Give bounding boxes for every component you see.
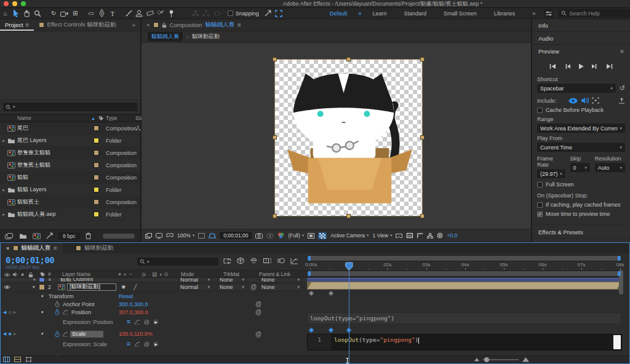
work-area-bar[interactable] — [307, 271, 621, 277]
project-flowchart-icon[interactable] — [46, 232, 53, 239]
expression-graph-icon[interactable] — [134, 341, 140, 347]
frame-blending-icon[interactable] — [263, 258, 271, 264]
previous-frame-button[interactable] — [564, 63, 570, 69]
project-item-row[interactable]: 貓貓賓士 Composition — [0, 196, 140, 208]
layer-row-1[interactable]: ▾ 1 貓貓 Outlines Normal▾ None▾ None▾ — [1, 278, 306, 282]
column-size[interactable]: Size — [135, 115, 142, 121]
preview-panel-menu-icon[interactable]: ≡ — [620, 48, 624, 55]
workspace-tab-default[interactable]: Default — [321, 10, 356, 17]
rotation-tool-icon[interactable]: ↻ — [48, 9, 59, 18]
scale-keyframe[interactable] — [309, 328, 314, 333]
item-label-chip[interactable] — [94, 125, 99, 131]
view-layout-select[interactable]: 1 View▾ — [373, 232, 393, 239]
mode-column[interactable]: Mode — [181, 271, 194, 277]
always-preview-icon[interactable] — [145, 233, 152, 239]
collapse-group-icon[interactable]: ▾ — [41, 294, 44, 299]
time-ruler[interactable]: 0:00s01s02s03s04s05s06s07s08s — [307, 262, 621, 270]
blend-mode-select[interactable]: Normal▾ — [178, 283, 212, 291]
new-folder-icon[interactable] — [19, 233, 27, 239]
current-timecode[interactable]: 0;00;01;00 — [6, 255, 54, 265]
roi-icon[interactable] — [198, 233, 205, 239]
item-label-chip[interactable] — [94, 212, 99, 217]
safe-guides-icon[interactable] — [209, 233, 216, 239]
number-column[interactable]: # — [48, 271, 51, 277]
full-screen-checkbox[interactable] — [537, 182, 543, 188]
panel-tabs-overflow-icon[interactable]: » — [127, 19, 140, 31]
snapping-checkbox[interactable] — [228, 10, 233, 16]
snap-angle-icon[interactable] — [263, 9, 274, 18]
project-item-row[interactable]: 整隻賓士貓貓 Composition — [0, 159, 140, 172]
zoom-tool-icon[interactable] — [33, 9, 44, 18]
expression-scale-row[interactable]: Expression: Scale = @ ▶ — [1, 338, 306, 350]
expression-language-menu-icon[interactable]: ▶ — [153, 341, 159, 347]
snapshot-icon[interactable] — [255, 233, 263, 239]
expression-position-row[interactable]: Expression: Position = @ ▶ — [1, 316, 306, 328]
timeline-panel-menu-icon[interactable]: ≡ — [54, 245, 57, 251]
column-type[interactable]: Type — [106, 115, 117, 121]
property-pickwhip-icon[interactable]: @ — [255, 309, 261, 315]
range-select[interactable]: Work Area Extended By Current …▾ — [537, 124, 625, 133]
scale-label-selected[interactable]: Scale — [70, 331, 103, 338]
project-item-row[interactable]: ▸ 貓貓鐵人賽.aep Folder — [0, 208, 140, 221]
preview-timecode[interactable]: 0;00;01;00 — [220, 232, 252, 239]
puppet-pin-tool-icon[interactable] — [166, 9, 177, 18]
stopwatch-icon-active[interactable] — [55, 309, 60, 315]
audio-column-icon[interactable] — [12, 272, 18, 277]
project-item-row[interactable]: 尾巴 Composition — [0, 122, 140, 135]
preview-resolution-select[interactable]: Auto▾ — [595, 163, 625, 172]
trkmat-select[interactable]: None▾ — [217, 283, 247, 291]
snapping-toggle[interactable]: Snapping — [228, 10, 259, 17]
close-tab-icon[interactable]: × — [146, 22, 150, 28]
share-preview-icon[interactable] — [618, 98, 625, 104]
info-panel-header[interactable]: Info — [532, 19, 630, 32]
snap-bounds-icon[interactable] — [273, 9, 284, 18]
trkmat-column[interactable]: TrkMat — [223, 271, 239, 277]
label-column-icon[interactable] — [98, 116, 104, 121]
full-screen-row[interactable]: Full Screen — [537, 181, 625, 188]
video-column-icon[interactable] — [4, 272, 10, 277]
layer-visibility-icon[interactable] — [4, 285, 10, 290]
layer2-duration-bar[interactable] — [307, 282, 621, 290]
project-item-row[interactable]: 貓貓 Composition — [0, 172, 140, 184]
fx-column-icon[interactable]: fx — [142, 271, 146, 277]
channels-icon[interactable] — [277, 232, 284, 239]
playhead-marker[interactable] — [345, 262, 353, 271]
cache-before-playback-checkbox[interactable] — [537, 108, 543, 113]
timeline-search-input[interactable]: ▾ — [137, 258, 218, 266]
playhead-line[interactable] — [349, 262, 349, 363]
prev-keyframe-icon[interactable]: ◀ — [3, 331, 6, 336]
color-depth-button[interactable]: 8 bpc — [58, 232, 80, 240]
reset-exposure-icon[interactable] — [437, 232, 443, 239]
expression-pickwhip-icon[interactable]: @ — [144, 341, 150, 347]
switches-columns-icons[interactable]: ✦◐◔ — [118, 271, 134, 277]
editor-scrollbar-thumb[interactable] — [613, 335, 621, 349]
include-audio-icon[interactable] — [581, 97, 589, 104]
preview-panel-header[interactable]: Preview ≡ — [532, 45, 630, 58]
parent-select[interactable]: None▾ — [259, 283, 302, 291]
composition-viewer[interactable] — [142, 43, 531, 229]
layer-row-2[interactable]: ▾ 2 [貓咪動茲動] ✹ ╱ Normal▾ None▾ @ None▾ — [1, 282, 306, 292]
region-of-interest-icon[interactable] — [308, 233, 314, 239]
collapse-property-icon[interactable]: ▾ — [41, 331, 44, 336]
scale-row[interactable]: ◀ ◆ ▶ ▾ Scale 100.0,110.0% @ — [1, 330, 306, 338]
expand-render-time-icon[interactable] — [14, 357, 21, 362]
expand-icon[interactable]: ▸ — [0, 138, 7, 143]
effects-presets-panel-header[interactable]: Effects & Presets — [532, 226, 630, 239]
play-button[interactable] — [578, 63, 584, 69]
graph-include-icon[interactable] — [62, 309, 68, 315]
transform-box-icon[interactable] — [25, 357, 32, 362]
expand-icon[interactable]: ▸ — [0, 212, 7, 217]
new-composition-icon[interactable] — [33, 233, 41, 239]
zoom-out-mountain-icon[interactable] — [474, 357, 479, 362]
next-keyframe-icon[interactable]: ▶ — [14, 310, 17, 315]
eraser-tool-icon[interactable] — [145, 9, 156, 18]
expression-enabled-icon[interactable]: = — [127, 318, 130, 325]
exposure-value[interactable]: +0.0 — [447, 232, 457, 239]
column-name[interactable]: Name — [17, 115, 31, 121]
workspace-tab-libraries[interactable]: Libraries — [485, 10, 524, 17]
flowchart-icon[interactable] — [427, 233, 433, 239]
delete-icon[interactable] — [86, 232, 91, 239]
expand-icon[interactable]: ▸ — [0, 188, 7, 192]
switches-columns-icons2[interactable]: ▤◑⊙ — [152, 271, 170, 277]
zoom-in-mountain-icon[interactable] — [522, 357, 529, 362]
